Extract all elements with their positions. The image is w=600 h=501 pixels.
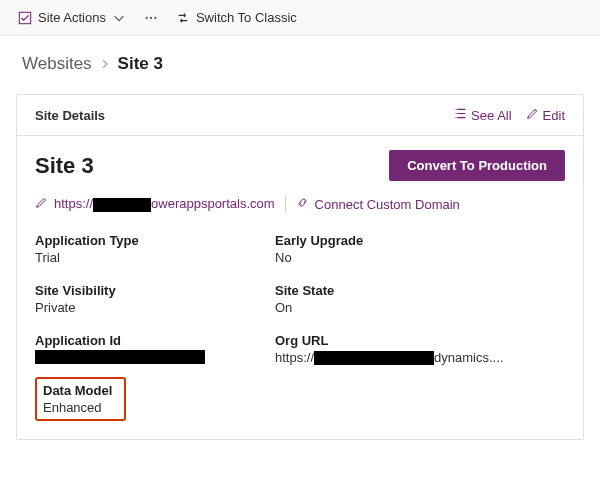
breadcrumb: Websites Site 3 bbox=[0, 36, 600, 88]
card-header: Site Details See All Edit bbox=[17, 95, 583, 136]
chevron-right-icon bbox=[100, 54, 110, 74]
connect-custom-domain-button[interactable]: Connect Custom Domain bbox=[296, 196, 460, 212]
value: Trial bbox=[35, 250, 265, 265]
site-actions-label: Site Actions bbox=[38, 10, 106, 25]
edit-label: Edit bbox=[543, 108, 565, 123]
url-suffix: owerappsportals.com bbox=[151, 196, 275, 211]
checkbox-icon bbox=[18, 11, 32, 25]
edit-url-button[interactable]: https://owerappsportals.com bbox=[35, 196, 275, 212]
field-org-url: Org URL https://dynamics.... bbox=[275, 333, 565, 365]
top-bar: Site Actions Switch To Classic bbox=[0, 0, 600, 36]
label: Application Type bbox=[35, 233, 265, 248]
org-url-link[interactable]: https://dynamics.... bbox=[275, 350, 565, 365]
label: Org URL bbox=[275, 333, 565, 348]
more-actions-button[interactable] bbox=[144, 11, 158, 25]
org-url-suffix: dynamics.... bbox=[434, 350, 503, 365]
breadcrumb-root[interactable]: Websites bbox=[22, 54, 92, 74]
url-prefix: https:// bbox=[54, 196, 93, 211]
divider bbox=[285, 195, 286, 213]
chevron-down-icon bbox=[112, 11, 126, 25]
convert-to-production-button[interactable]: Convert To Production bbox=[389, 150, 565, 181]
pencil-icon bbox=[526, 107, 539, 123]
url-row: https://owerappsportals.com Connect Cust… bbox=[35, 195, 565, 213]
redacted-segment bbox=[314, 351, 434, 365]
see-all-label: See All bbox=[471, 108, 511, 123]
switch-icon bbox=[176, 11, 190, 25]
label: Application Id bbox=[35, 333, 265, 348]
switch-classic-label: Switch To Classic bbox=[196, 10, 297, 25]
switch-to-classic-button[interactable]: Switch To Classic bbox=[176, 10, 297, 25]
org-url-prefix: https:// bbox=[275, 350, 314, 365]
edit-button[interactable]: Edit bbox=[526, 107, 565, 123]
custom-domain-label: Connect Custom Domain bbox=[315, 197, 460, 212]
site-details-card: Site Details See All Edit Site 3 Convert… bbox=[16, 94, 584, 440]
pencil-icon bbox=[35, 196, 48, 212]
label: Data Model bbox=[43, 383, 112, 398]
field-early-upgrade: Early Upgrade No bbox=[275, 233, 565, 265]
site-url-link[interactable]: https://owerappsportals.com bbox=[54, 196, 275, 212]
label: Site State bbox=[275, 283, 565, 298]
svg-point-2 bbox=[150, 16, 152, 18]
field-site-state: Site State On bbox=[275, 283, 565, 315]
link-icon bbox=[296, 196, 309, 212]
site-name: Site 3 bbox=[35, 153, 94, 179]
redacted-segment bbox=[93, 198, 151, 212]
svg-point-1 bbox=[145, 16, 147, 18]
field-data-model: Data Model Enhanced bbox=[43, 383, 112, 415]
breadcrumb-current: Site 3 bbox=[118, 54, 163, 74]
svg-point-3 bbox=[154, 16, 156, 18]
site-actions-menu[interactable]: Site Actions bbox=[18, 10, 126, 25]
value: On bbox=[275, 300, 565, 315]
data-model-highlight: Data Model Enhanced bbox=[35, 377, 126, 421]
see-all-button[interactable]: See All bbox=[454, 107, 511, 123]
value: Enhanced bbox=[43, 400, 112, 415]
redacted-segment bbox=[35, 350, 205, 364]
value: Private bbox=[35, 300, 265, 315]
value: No bbox=[275, 250, 565, 265]
list-icon bbox=[454, 107, 467, 123]
card-title: Site Details bbox=[35, 108, 105, 123]
field-application-type: Application Type Trial bbox=[35, 233, 265, 265]
ellipsis-icon bbox=[144, 11, 158, 25]
label: Early Upgrade bbox=[275, 233, 565, 248]
field-site-visibility: Site Visibility Private bbox=[35, 283, 265, 315]
label: Site Visibility bbox=[35, 283, 265, 298]
field-application-id: Application Id bbox=[35, 333, 265, 365]
